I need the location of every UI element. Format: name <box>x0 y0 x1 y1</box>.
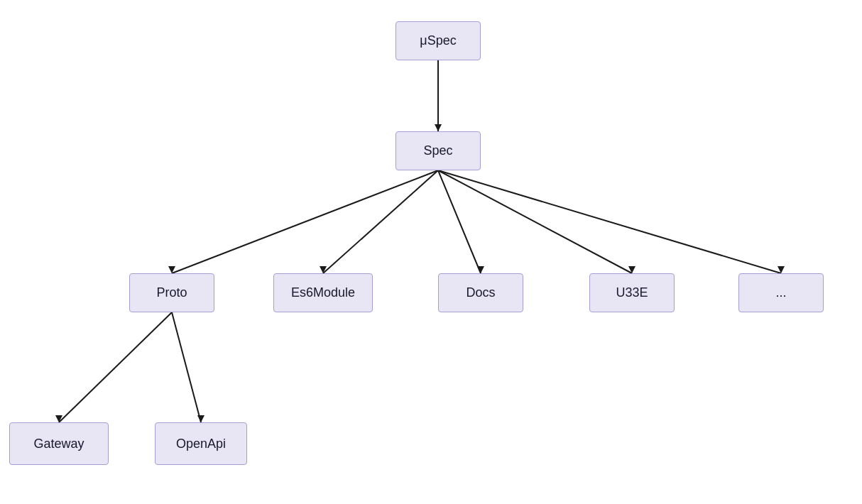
node-openapi[interactable]: OpenApi <box>155 422 247 465</box>
svg-line-4 <box>323 170 438 273</box>
tree-diagram: μSpec Spec Proto Es6Module Docs U33E ...… <box>0 0 862 504</box>
svg-line-14 <box>172 312 201 422</box>
svg-marker-15 <box>197 415 204 422</box>
svg-line-10 <box>438 170 781 273</box>
svg-marker-7 <box>477 266 484 273</box>
node-es6module[interactable]: Es6Module <box>273 273 373 312</box>
node-proto[interactable]: Proto <box>129 273 214 312</box>
tree-connections <box>0 0 862 504</box>
svg-marker-13 <box>55 415 62 422</box>
svg-line-6 <box>438 170 481 273</box>
svg-line-8 <box>438 170 632 273</box>
svg-marker-1 <box>435 124 442 131</box>
node-muspec[interactable]: μSpec <box>395 21 481 60</box>
node-spec[interactable]: Spec <box>395 131 481 170</box>
node-gateway[interactable]: Gateway <box>9 422 109 465</box>
node-ellipsis[interactable]: ... <box>738 273 824 312</box>
svg-line-2 <box>172 170 438 273</box>
svg-line-12 <box>59 312 172 422</box>
node-docs[interactable]: Docs <box>438 273 523 312</box>
svg-marker-5 <box>320 266 327 273</box>
node-u33e[interactable]: U33E <box>589 273 675 312</box>
